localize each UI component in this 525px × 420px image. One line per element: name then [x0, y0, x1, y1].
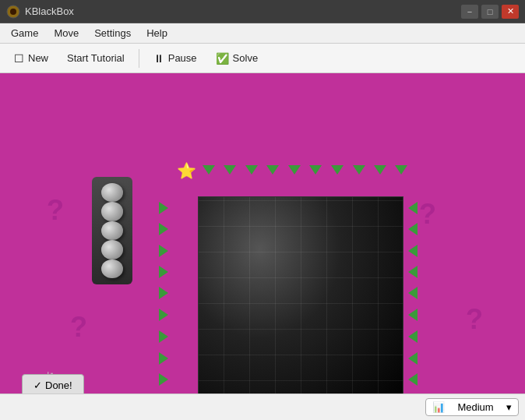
right-arrow-6[interactable]: [408, 330, 418, 343]
svg-point-1: [10, 9, 16, 15]
pause-button[interactable]: ⏸ Pause: [146, 49, 205, 68]
question-mark: ?: [466, 303, 483, 336]
ball-5: [101, 259, 123, 278]
new-icon: ☐: [14, 52, 24, 65]
dropdown-arrow-icon: ▾: [506, 401, 512, 413]
minimize-button[interactable]: −: [461, 5, 478, 19]
top-arrow-9[interactable]: [395, 165, 407, 175]
close-button[interactable]: ✕: [502, 5, 519, 19]
game-grid[interactable]: [198, 196, 403, 407]
toolbar-separator: [139, 49, 139, 68]
right-arrow-7[interactable]: [408, 352, 418, 365]
tutorial-label: Start Tutorial: [67, 52, 125, 64]
game-area: ? ? ? ? ? ? ⭐ 🖱 ✓ Done! 📊 Medium ▾: [0, 73, 525, 420]
left-arrow-6[interactable]: [159, 330, 168, 343]
solve-icon: ✅: [216, 52, 229, 65]
solve-label: Solve: [233, 52, 259, 64]
pause-label: Pause: [168, 52, 197, 64]
done-label: Done!: [45, 379, 72, 391]
difficulty-dropdown[interactable]: 📊 Medium ▾: [425, 398, 519, 416]
ball-3: [101, 221, 123, 240]
title-bar: KBlackBox − □ ✕: [0, 0, 525, 23]
left-arrow-1[interactable]: [159, 223, 168, 235]
right-arrow-1[interactable]: [408, 223, 418, 235]
left-arrow-7[interactable]: [159, 352, 168, 365]
left-arrow-2[interactable]: [159, 245, 168, 257]
window-title: KBlackBox: [25, 5, 74, 17]
left-arrow-3[interactable]: [159, 266, 168, 278]
window-controls: − □ ✕: [461, 5, 519, 19]
menu-bar: Game Move Settings Help: [0, 23, 525, 44]
right-arrow-3[interactable]: [408, 266, 418, 278]
right-arrow-2[interactable]: [408, 245, 418, 257]
pause-icon: ⏸: [153, 52, 164, 65]
left-arrow-5[interactable]: [159, 309, 168, 321]
new-label: New: [28, 52, 48, 64]
question-mark: ?: [47, 194, 64, 227]
done-checkmark: ✓: [33, 379, 42, 391]
question-mark: ?: [70, 311, 87, 344]
top-arrow-6[interactable]: [331, 165, 344, 175]
top-arrow-7[interactable]: [353, 165, 365, 175]
star-icon: ⭐: [177, 161, 196, 180]
question-mark: ?: [419, 198, 436, 231]
toolbar: ☐ New Start Tutorial ⏸ Pause ✅ Solve: [0, 44, 525, 73]
top-arrow-0[interactable]: [203, 165, 215, 175]
left-arrow-4[interactable]: [159, 287, 168, 299]
ball-2: [101, 202, 123, 221]
right-arrow-4[interactable]: [408, 287, 418, 299]
difficulty-bar: 📊 Medium ▾: [0, 394, 525, 420]
menu-game[interactable]: Game: [3, 25, 46, 41]
top-arrow-2[interactable]: [245, 165, 258, 175]
ball-1: [101, 183, 123, 202]
solve-button[interactable]: ✅ Solve: [208, 49, 266, 68]
start-tutorial-button[interactable]: Start Tutorial: [59, 49, 132, 67]
ball-4: [101, 240, 123, 259]
right-arrow-0[interactable]: [408, 202, 418, 214]
ball-panel: [92, 177, 132, 284]
left-arrow-8[interactable]: [159, 373, 168, 386]
menu-settings[interactable]: Settings: [86, 25, 139, 41]
top-arrow-1[interactable]: [224, 165, 236, 175]
app-icon: [6, 5, 20, 19]
left-arrow-0[interactable]: [159, 202, 168, 214]
top-arrow-8[interactable]: [374, 165, 386, 175]
difficulty-label: Medium: [457, 401, 493, 413]
right-arrow-8[interactable]: [408, 373, 418, 386]
maximize-button[interactable]: □: [481, 5, 499, 19]
right-arrow-5[interactable]: [408, 309, 418, 321]
menu-move[interactable]: Move: [46, 25, 86, 41]
top-arrow-4[interactable]: [288, 165, 301, 175]
new-button[interactable]: ☐ New: [6, 49, 56, 68]
menu-help[interactable]: Help: [139, 25, 175, 41]
top-arrow-5[interactable]: [309, 165, 322, 175]
top-arrow-3[interactable]: [266, 165, 279, 175]
chart-icon: 📊: [432, 401, 445, 413]
